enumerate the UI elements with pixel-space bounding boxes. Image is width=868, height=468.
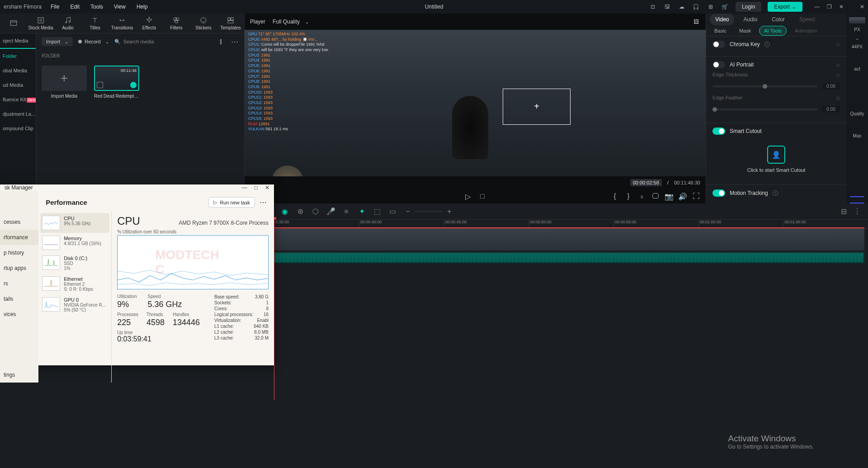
minimize-icon[interactable]: — [814,4,820,10]
tm-nav-details[interactable]: tails [0,291,38,307]
crop-rectangle[interactable]: + [503,89,571,125]
menu-edit[interactable]: Edit [70,4,80,10]
playhead[interactable] [274,220,274,400]
subtab-basic[interactable]: Basic [710,26,731,35]
tm-more-icon[interactable]: ⋯ [259,198,267,207]
smart-cutout-button[interactable]: Click to start Smart Cutout [712,167,840,173]
motion-toggle[interactable] [712,189,725,197]
sidebar-adjust[interactable]: djustment La... [0,107,36,121]
audio-clip[interactable] [274,252,864,263]
tl-select-icon[interactable]: ◉ [280,207,289,216]
tm-nav-settings[interactable]: tings [0,367,38,383]
subtab-anim[interactable]: Animation [790,26,821,35]
tm-nav-processes[interactable]: cesses [0,214,38,230]
zoom-out-icon[interactable]: − [403,207,412,216]
brace-close-icon[interactable]: } [624,192,632,200]
display-icon[interactable]: 🖵 [651,192,660,200]
edge-feather-value[interactable]: 0.00 [822,106,840,113]
stop-icon[interactable]: □ [478,192,486,200]
tm-titlebar[interactable]: sk Manager — □ ✕ [0,184,274,191]
tm-minimize-icon[interactable]: — [242,184,247,191]
tm-item-ethernet[interactable]: EthernetEthernet 2S: 0 R: 0 Kbps [40,274,109,294]
record-dropdown[interactable]: Record [78,39,108,44]
export-button[interactable]: Export⌄ [768,2,802,12]
keyframe-diamond-icon[interactable]: ◇ [836,72,840,77]
keyframe-diamond-icon[interactable]: ◇ [836,62,840,67]
apps-icon[interactable]: ⊞ [707,3,715,11]
camera-icon[interactable]: 📷 [665,192,673,200]
tab-video[interactable]: Video [710,14,734,25]
tool-effects[interactable]: Effects [136,14,163,32]
info-icon[interactable]: ? [764,42,770,47]
volume-icon[interactable]: 🔊 [679,192,687,200]
tl-audio-icon[interactable]: ≡ [342,207,351,216]
snapshot-icon[interactable]: 🖼 [692,18,700,26]
sidebar-project[interactable]: oject Media [0,33,36,48]
tab-speed[interactable]: Speed [794,14,821,25]
sidebar-folder[interactable]: Folder [0,48,36,63]
edge-feather-slider[interactable] [712,109,817,110]
tl-speed-icon[interactable]: ⊛ [296,207,305,216]
tm-maximize-icon[interactable]: □ [255,184,258,191]
smart-cutout-icon[interactable]: 👤 [767,146,785,164]
filter-icon[interactable]: ⫿ [217,38,225,46]
tab-color[interactable]: Color [766,14,790,25]
task-manager-window[interactable]: sk Manager — □ ✕ cesses rformance p hist… [0,184,274,365]
tm-item-disk[interactable]: Disk 0 (C:)SSD1% [40,253,109,274]
chroma-toggle[interactable] [712,41,725,48]
tool-titles[interactable]: Titles [81,14,108,32]
tool-filters[interactable]: Filters [163,14,190,32]
tl-ai-icon[interactable]: ✦ [357,207,366,216]
import-dropdown[interactable]: Import [42,37,73,46]
sidebar-influence[interactable]: fluence KitNEW [0,92,36,107]
tm-nav-services[interactable]: vices [0,307,38,322]
headphones-icon[interactable]: 🎧 [692,3,700,11]
save-icon[interactable]: 🖫 [663,3,671,11]
zoom-slider[interactable] [415,211,442,212]
tm-nav-startup[interactable]: rtup apps [0,260,38,276]
tl-voice-icon[interactable]: 🎤 [326,207,335,216]
quality-dropdown[interactable]: Full Quality [273,19,309,25]
strip-act[interactable]: act [852,66,863,71]
tm-item-gpu[interactable]: GPU 0NVIDIA GeForce R...5% (50 °C) [40,294,109,315]
close2-icon[interactable]: ✕ [860,4,864,10]
tool-transitions[interactable]: Transitions [108,14,136,32]
brace-open-icon[interactable]: { [611,192,619,200]
tool-templates[interactable]: Templates [217,14,244,32]
cloud-icon[interactable]: ☁ [678,3,686,11]
login-button[interactable]: Login [736,2,761,12]
smart-cutout-toggle[interactable] [712,128,725,135]
tool-stock[interactable]: Stock Media [27,14,54,32]
tab-audio[interactable]: Audio [738,14,763,25]
import-media-card[interactable]: + Import Media [42,66,87,99]
play-icon[interactable]: ▷ [464,192,472,200]
menu-file[interactable]: File [51,4,59,10]
timeline-tracks[interactable] [274,229,868,400]
portrait-toggle[interactable] [712,61,725,68]
subtab-mask[interactable]: Mask [735,26,755,35]
tool-audio[interactable]: Audio [54,14,81,32]
cart-icon[interactable]: 🛒 [721,3,729,11]
tm-item-memory[interactable]: Memory4.9/31.1 GB (16%) [40,233,109,253]
edge-thick-value[interactable]: 0.00 [822,83,840,90]
more-icon[interactable]: ⋯ [231,38,239,46]
video-clip[interactable] [274,229,864,251]
track-options-icon[interactable]: ⋮ [853,207,862,216]
strip-expand-icon[interactable]: ⌄ [852,36,863,41]
strip-thumbnail[interactable] [849,17,865,24]
sidebar-global[interactable]: obal Media [0,63,36,78]
marker-icon[interactable]: ⬨ [638,192,646,200]
tool-stickers[interactable]: Stickers [190,14,217,32]
tm-nav-performance[interactable]: rformance [0,230,38,245]
strip-badge1[interactable] [850,196,864,197]
screen-icon[interactable]: ⊡ [649,3,657,11]
tm-nav-history[interactable]: p history [0,245,38,260]
media-clip-card[interactable]: 00:11:46 Red Dead Redemption... [94,66,139,99]
preview-viewport[interactable]: GPU 71° 65° 1725MHz 102.4% CPU0: AMD 487… [245,30,706,176]
tl-marker-icon[interactable]: ⬡ [311,207,320,216]
tm-item-cpu[interactable]: CPU9% 5.36 GHz [40,213,109,233]
sidebar-compound[interactable]: ompound Clip [0,121,36,136]
keyframe-diamond-icon[interactable]: ◇ [836,42,840,47]
menu-tools[interactable]: Tools [90,4,103,10]
track-view-icon[interactable]: ⊟ [839,207,848,216]
